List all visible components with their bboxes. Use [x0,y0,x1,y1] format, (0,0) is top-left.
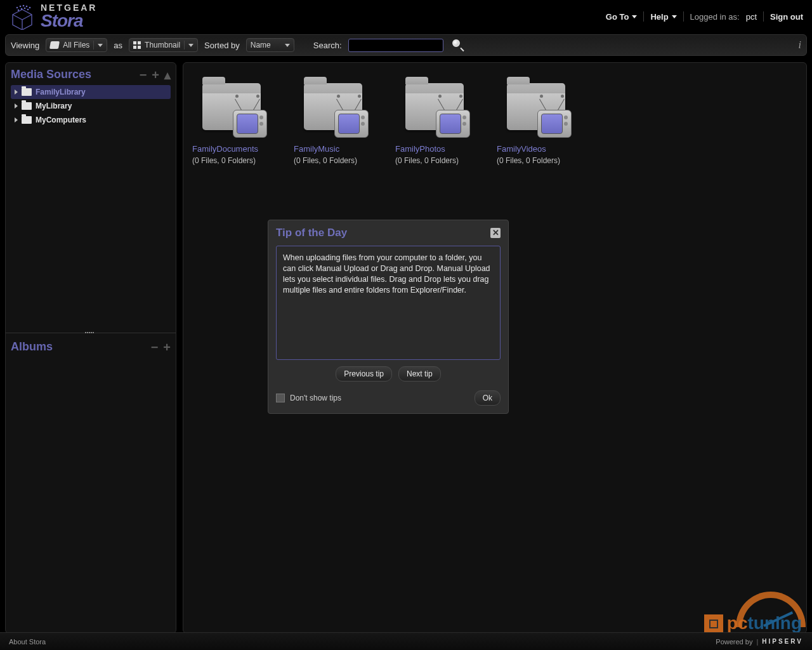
folder-meta: (0 Files, 0 Folders) [497,156,579,165]
expand-icon [15,117,18,123]
folder-name: FamilyVideos [497,144,579,154]
caret-down-icon [98,44,103,47]
previous-tip-button[interactable]: Previous tip [336,366,392,381]
signout-button[interactable]: Sign out [770,12,803,22]
close-icon[interactable]: ✕ [490,228,501,238]
svg-point-2 [23,5,25,7]
sortedby-label: Sorted by [204,41,240,50]
search-label: Search: [313,41,342,50]
tag-icon [49,41,60,49]
logo: NETGEAR Stora [9,3,97,30]
brand-bottom: Stora [41,12,97,30]
separator [683,11,684,22]
tree-item-familylibrary[interactable]: FamilyLibrary [11,85,171,99]
goto-label: Go To [606,12,629,22]
caret-down-icon [672,15,677,18]
up-button[interactable]: ▴ [164,70,171,79]
add-button[interactable]: + [163,343,171,352]
sidebar-resize-handle[interactable] [6,332,176,334]
modal-body: When uploading files from your computer … [276,246,501,360]
username: pct [746,12,757,22]
svg-point-0 [16,7,18,9]
media-tree: FamilyLibrary MyLibrary MyComputers [11,85,171,127]
svg-point-5 [18,10,20,11]
view-select[interactable]: Thumbnail [129,38,198,52]
logo-cube-icon [9,3,36,30]
folder-card[interactable]: FamilyDocuments(0 Files, 0 Folders) [192,79,275,165]
tree-label: MyComputers [36,116,86,124]
powered-by-label: Powered by [716,638,752,646]
search-input[interactable] [348,39,443,52]
folder-meta: (0 Files, 0 Folders) [395,156,478,165]
caret-down-icon [632,15,637,18]
sidebar: Media Sources − + ▴ FamilyLibrary MyLibr… [5,62,176,633]
folder-card[interactable]: FamilyMusic(0 Files, 0 Folders) [294,79,376,165]
media-sources-title: Media Sources [11,68,134,81]
logged-in-label: Logged in as: [690,12,740,22]
tree-item-mycomputers[interactable]: MyComputers [11,113,171,127]
folder-name: FamilyPhotos [395,144,478,154]
svg-point-6 [21,8,23,10]
viewing-label: Viewing [11,41,39,50]
tree-label: FamilyLibrary [36,88,86,96]
caret-down-icon [188,44,193,47]
sort-value: Name [251,41,271,50]
folder-card[interactable]: FamilyPhotos(0 Files, 0 Folders) [395,79,478,165]
about-link[interactable]: About Stora [9,638,46,646]
folder-tv-icon [503,79,573,136]
sort-select[interactable]: Name [246,38,294,52]
tip-modal: Tip of the Day ✕ When uploading files fr… [268,220,509,414]
filter-select[interactable]: All Files [46,38,107,52]
help-label: Help [650,12,668,22]
svg-point-8 [27,9,29,11]
tree-label: MyLibrary [36,102,72,110]
collapse-button[interactable]: − [140,70,147,79]
add-button[interactable]: + [152,70,159,79]
expand-icon [15,90,18,95]
next-tip-button[interactable]: Next tip [398,366,441,381]
folder-meta: (0 Files, 0 Folders) [192,156,275,165]
folder-icon [22,88,32,96]
svg-point-4 [29,7,31,9]
as-label: as [114,41,122,50]
folder-icon [22,116,32,124]
toolbar: Viewing All Files as Thumbnail Sorted by… [5,34,807,56]
folder-tv-icon [402,79,471,136]
folder-card[interactable]: FamilyVideos(0 Files, 0 Folders) [497,79,579,165]
header: NETGEAR Stora Go To Help Logged in as: p… [0,0,812,33]
thumbnail-icon [133,41,141,49]
svg-point-7 [24,8,26,10]
filter-value: All Files [63,41,89,50]
folder-icon [22,102,32,110]
help-menu[interactable]: Help [650,12,676,22]
separator [763,11,764,22]
svg-point-3 [26,6,28,8]
caret-down-icon [285,44,290,47]
folder-tv-icon [300,79,370,136]
albums-title: Albums [11,340,146,354]
ok-button[interactable]: Ok [475,390,501,406]
expand-icon [15,103,18,109]
svg-point-1 [20,6,22,8]
separator [643,11,644,22]
tree-item-mylibrary[interactable]: MyLibrary [11,99,171,113]
folder-meta: (0 Files, 0 Folders) [294,156,376,165]
collapse-button[interactable]: − [151,343,159,352]
footer: About Stora Powered by | HIPSERV [0,632,812,650]
goto-menu[interactable]: Go To [606,12,638,22]
search-icon[interactable] [452,39,464,51]
modal-title: Tip of the Day [276,227,490,239]
folder-name: FamilyDocuments [192,144,275,154]
folder-name: FamilyMusic [294,144,376,154]
dont-show-checkbox[interactable] [276,394,285,402]
view-value: Thumbnail [145,41,180,50]
dont-show-label: Don't show tips [290,394,341,402]
info-icon[interactable]: i [799,39,801,51]
vendor-label: HIPSERV [762,638,803,645]
folder-tv-icon [199,79,268,136]
